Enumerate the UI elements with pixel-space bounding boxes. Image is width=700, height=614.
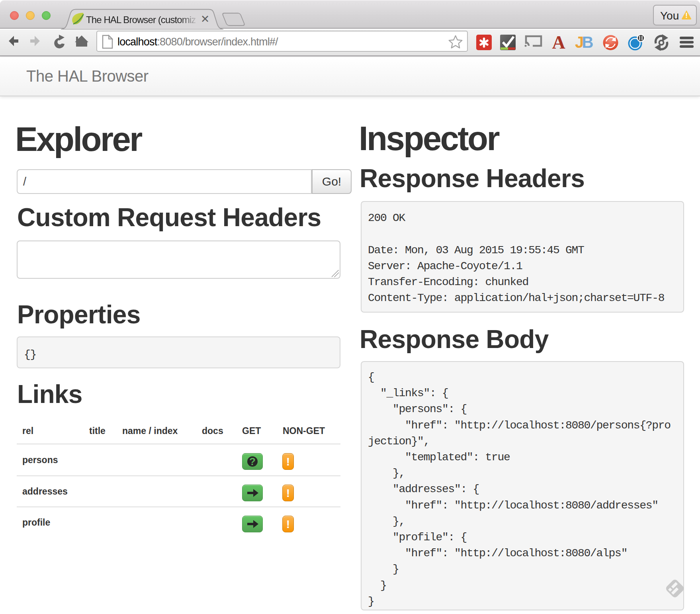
svg-text:?: ?: [249, 456, 256, 467]
svg-text:A: A: [552, 32, 565, 53]
svg-text:B: B: [582, 33, 594, 51]
